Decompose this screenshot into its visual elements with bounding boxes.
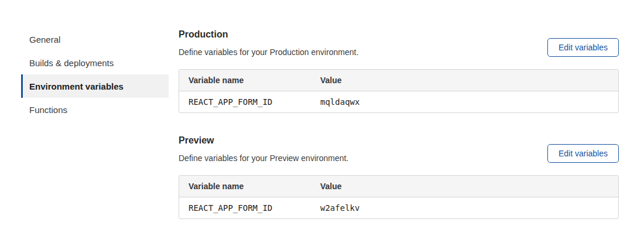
variable-value-cell: mqldaqwx [311, 91, 618, 112]
table-row: REACT_APP_FORM_ID mqldaqwx [179, 91, 618, 112]
section-title: Production [179, 29, 358, 40]
variables-table: Variable name Value REACT_APP_FORM_ID mq… [179, 69, 619, 113]
preview-section-header: Preview Define variables for your Previe… [179, 135, 619, 163]
sidebar-item-environment-variables[interactable]: Environment variables [21, 74, 169, 98]
preview-section: Preview Define variables for your Previe… [179, 135, 619, 219]
sidebar-item-label: Builds & deployments [29, 58, 114, 68]
variable-name-cell: REACT_APP_FORM_ID [179, 197, 311, 218]
column-header-variable-name: Variable name [179, 70, 311, 91]
production-section-text: Production Define variables for your Pro… [179, 29, 358, 57]
column-header-variable-name: Variable name [179, 176, 311, 197]
variable-value-cell: w2afelkv [311, 197, 618, 218]
table-row: REACT_APP_FORM_ID w2afelkv [179, 197, 618, 218]
edit-variables-button[interactable]: Edit variables [547, 38, 619, 57]
environment-variables-panel: Production Define variables for your Pro… [179, 28, 619, 219]
sidebar-item-label: Functions [29, 105, 67, 115]
sidebar-item-functions[interactable]: Functions [21, 98, 169, 121]
preview-section-text: Preview Define variables for your Previe… [179, 135, 348, 163]
column-header-value: Value [311, 70, 618, 91]
settings-sidebar: General Builds & deployments Environment… [21, 28, 169, 219]
edit-variables-button[interactable]: Edit variables [547, 144, 619, 163]
variables-table: Variable name Value REACT_APP_FORM_ID w2… [179, 175, 619, 219]
production-section-header: Production Define variables for your Pro… [179, 29, 619, 57]
column-header-value: Value [311, 176, 618, 197]
table-header-row: Variable name Value [179, 176, 618, 197]
section-title: Preview [179, 135, 348, 146]
sidebar-item-general[interactable]: General [21, 28, 169, 51]
sidebar-item-label: General [29, 35, 60, 45]
table-header-row: Variable name Value [179, 70, 618, 91]
section-description: Define variables for your Preview enviro… [179, 154, 348, 163]
sidebar-item-label: Environment variables [29, 81, 124, 91]
section-description: Define variables for your Production env… [179, 48, 358, 57]
settings-page: General Builds & deployments Environment… [0, 0, 644, 219]
sidebar-item-builds-deployments[interactable]: Builds & deployments [21, 51, 169, 74]
variable-name-cell: REACT_APP_FORM_ID [179, 91, 311, 112]
production-section: Production Define variables for your Pro… [179, 29, 619, 113]
